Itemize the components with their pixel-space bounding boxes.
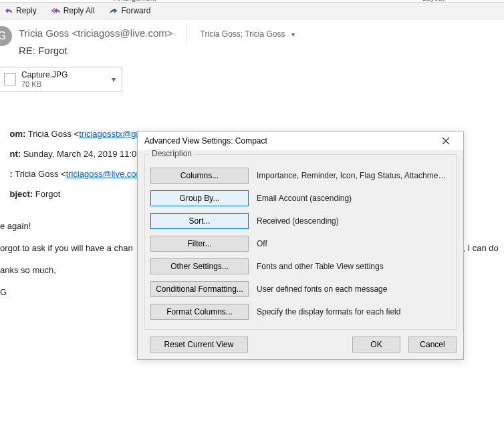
other-settings-button[interactable]: Other Settings... — [150, 258, 249, 274]
chevron-down-icon[interactable]: ▾ — [291, 31, 295, 38]
email-header: G Tricia Goss <triciagoss@live.com> Tric… — [0, 19, 504, 67]
reply-all-icon — [51, 6, 61, 15]
conditional-formatting-value: User defined fonts on each message — [257, 284, 451, 294]
columns-button[interactable]: Columns... — [150, 168, 249, 184]
dialog-titlebar: Advanced View Settings: Compact — [138, 132, 463, 150]
attachment-chip[interactable]: Capture.JPG 70 KB ▾ — [0, 67, 122, 92]
other-settings-value: Fonts and other Table View settings — [257, 262, 451, 271]
filter-button[interactable]: Filter... — [150, 236, 249, 252]
conditional-formatting-button[interactable]: Conditional Formatting... — [150, 281, 249, 297]
advanced-view-settings-dialog: Advanced View Settings: Compact Descript… — [137, 131, 464, 360]
image-file-icon — [4, 73, 16, 85]
body-from-label: om: — [9, 129, 25, 139]
dialog-title-text: Advanced View Settings: Compact — [144, 136, 434, 146]
header-divider — [186, 23, 187, 42]
dialog-footer: Reset Current View OK Cancel — [138, 337, 463, 359]
to-text: Tricia Goss; Tricia Goss — [201, 29, 285, 39]
reply-button[interactable]: Reply — [0, 5, 41, 17]
reply-icon — [4, 6, 13, 15]
to-line[interactable]: Tricia Goss; Tricia Goss ▾ — [201, 27, 295, 39]
ribbon-tab-strip: Arrangement Layout — [0, 0, 504, 3]
forward-button[interactable]: Forward — [105, 5, 154, 17]
ok-button[interactable]: OK — [352, 337, 400, 353]
filter-value: Off — [257, 239, 451, 248]
description-group-label: Description — [149, 149, 195, 158]
reply-all-label: Reply All — [64, 6, 95, 15]
dialog-close-button[interactable] — [434, 132, 458, 150]
group-by-button[interactable]: Group By... — [150, 190, 249, 206]
attachments-area: Capture.JPG 70 KB ▾ — [0, 67, 504, 119]
reset-current-view-button[interactable]: Reset Current View — [150, 337, 248, 353]
format-columns-button[interactable]: Format Columns... — [150, 304, 249, 320]
avatar: G — [0, 26, 12, 46]
sort-value: Received (descending) — [257, 216, 451, 226]
body-subject-label: bject: — [9, 189, 33, 199]
reply-toolbar: Reply Reply All Forward — [0, 3, 504, 19]
ribbon-tab-arrangement[interactable]: Arrangement — [114, 0, 156, 2]
close-icon — [442, 137, 450, 145]
ribbon-tab-layout[interactable]: Layout — [422, 0, 445, 2]
reply-label: Reply — [16, 6, 37, 15]
group-by-value: Email Account (ascending) — [257, 194, 451, 203]
cancel-button[interactable]: Cancel — [408, 337, 457, 353]
body-to-link[interactable]: triciagoss@live.com — [66, 169, 144, 179]
forward-label: Forward — [121, 6, 150, 15]
attachment-dropdown[interactable]: ▾ — [108, 67, 119, 91]
description-group: Description Columns... Importance, Remin… — [144, 154, 457, 330]
subject-line: RE: Forgot — [19, 45, 504, 56]
attachment-size: 70 KB — [21, 80, 68, 88]
attachment-name: Capture.JPG — [21, 71, 68, 79]
format-columns-value: Specify the display formats for each fie… — [257, 307, 451, 316]
sort-button[interactable]: Sort... — [150, 213, 249, 229]
from-line: Tricia Goss <triciagoss@live.com> — [19, 27, 173, 39]
columns-value: Importance, Reminder, Icon, Flag Status,… — [257, 171, 451, 180]
body-sent-label: nt: — [9, 149, 21, 159]
reply-all-button[interactable]: Reply All — [47, 5, 99, 17]
forward-icon — [109, 6, 118, 15]
